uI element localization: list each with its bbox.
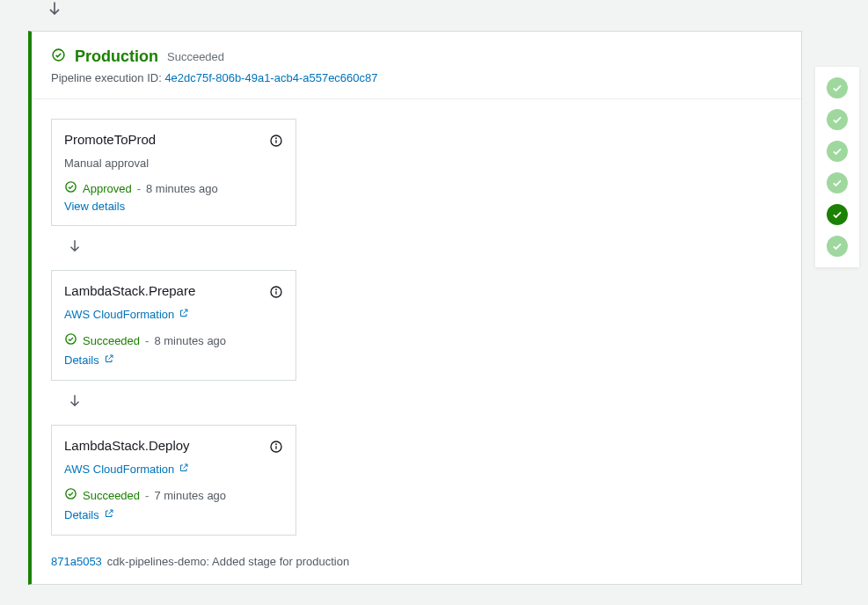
external-link-icon [179, 306, 189, 322]
external-link-icon [104, 507, 114, 522]
action-status-row: Approved - 8 minutes ago [64, 180, 283, 196]
status-time: 8 minutes ago [154, 334, 226, 347]
details-link[interactable]: Details [64, 354, 99, 367]
action-status-row: Succeeded - 7 minutes ago [64, 487, 283, 503]
svg-point-11 [276, 444, 277, 445]
stage-header: Production Succeeded Pipeline execution … [32, 32, 801, 99]
action-card-deploy: LambdaStack.Deploy AWS CloudFormation Su… [51, 425, 296, 536]
stage-nav-item[interactable] [827, 77, 848, 98]
stage-nav-item[interactable] [827, 141, 848, 162]
svg-point-7 [276, 289, 277, 290]
status-label: Approved [83, 182, 132, 195]
status-label: Succeeded [83, 334, 140, 347]
commit-hash-link[interactable]: 871a5053 [51, 555, 102, 568]
info-icon[interactable] [269, 285, 283, 302]
action-title: PromoteToProd [64, 132, 156, 147]
view-details-link[interactable]: View details [64, 200, 125, 213]
action-title: LambdaStack.Deploy [64, 438, 190, 453]
stage-nav-item[interactable] [827, 172, 848, 193]
action-card-prepare: LambdaStack.Prepare AWS CloudFormation S… [51, 270, 296, 381]
action-arrow-icon [67, 393, 782, 412]
action-arrow-icon [67, 238, 782, 258]
provider-link[interactable]: AWS CloudFormation [64, 463, 174, 476]
execution-id-row: Pipeline execution ID: 4e2dc75f-806b-49a… [51, 71, 782, 84]
details-link[interactable]: Details [64, 508, 99, 521]
stage-nav-panel [815, 67, 859, 267]
stage-connector-arrow [46, 0, 63, 21]
execution-id-label: Pipeline execution ID: [51, 71, 162, 84]
status-label: Succeeded [83, 489, 140, 502]
info-icon[interactable] [269, 134, 283, 151]
source-revision: 871a5053cdk-pipelines-demo: Added stage … [51, 555, 782, 568]
external-link-icon [179, 461, 189, 477]
check-circle-icon [64, 332, 77, 348]
stage-body: PromoteToProd Manual approval Approved -… [32, 99, 801, 584]
external-link-icon [104, 352, 114, 368]
status-separator: - [145, 489, 149, 502]
status-time: 8 minutes ago [146, 182, 218, 195]
check-circle-icon [64, 180, 77, 196]
status-separator: - [137, 182, 141, 195]
check-circle-icon [64, 487, 77, 503]
provider-link[interactable]: AWS CloudFormation [64, 308, 174, 321]
status-time: 7 minutes ago [154, 489, 226, 502]
stage-nav-item[interactable] [827, 109, 848, 130]
stage-status: Succeeded [167, 50, 224, 63]
stage-production: Production Succeeded Pipeline execution … [28, 31, 802, 585]
action-status-row: Succeeded - 8 minutes ago [64, 332, 283, 348]
info-icon[interactable] [269, 440, 283, 457]
commit-message: cdk-pipelines-demo: Added stage for prod… [107, 555, 349, 568]
stage-nav-item[interactable] [827, 236, 848, 257]
action-title: LambdaStack.Prepare [64, 283, 195, 298]
check-circle-icon [51, 47, 66, 66]
action-card-promote: PromoteToProd Manual approval Approved -… [51, 119, 296, 226]
status-separator: - [145, 334, 149, 347]
execution-id-link[interactable]: 4e2dc75f-806b-49a1-acb4-a557ec660c87 [164, 71, 377, 84]
stage-title: Production [75, 47, 158, 66]
action-subtitle: Manual approval [64, 157, 283, 170]
svg-point-3 [276, 138, 277, 139]
stage-nav-item-active[interactable] [827, 204, 848, 225]
